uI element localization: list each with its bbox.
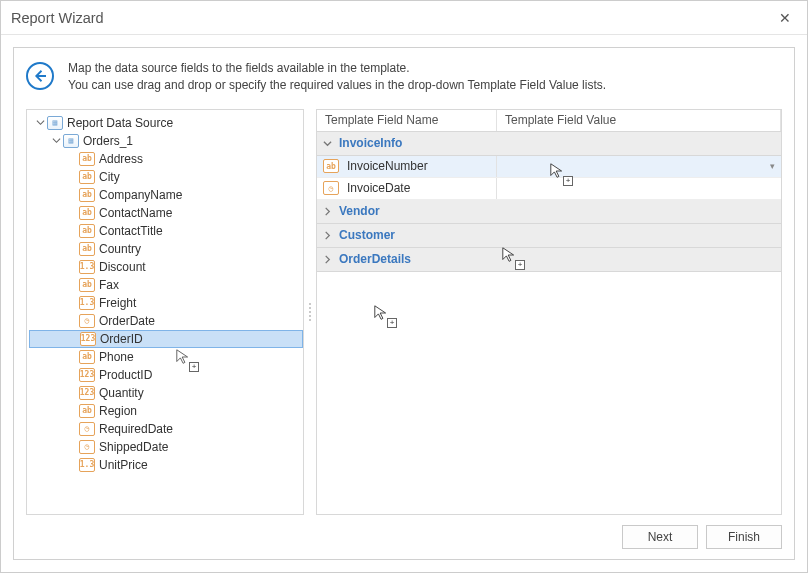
date-icon: ◷: [79, 422, 95, 436]
tree-dataset-label: Orders_1: [83, 134, 133, 148]
tree-field-label: ContactName: [99, 206, 172, 220]
text-icon: ab: [79, 242, 95, 256]
group-label: OrderDetails: [339, 252, 411, 266]
grid-header-value[interactable]: Template Field Value: [497, 110, 781, 131]
tree-field-label: Freight: [99, 296, 136, 310]
tree-field-row[interactable]: 123OrderID: [29, 330, 303, 348]
close-icon[interactable]: ✕: [773, 6, 797, 30]
text-icon: ab: [79, 206, 95, 220]
text-icon: ab: [79, 170, 95, 184]
tree-field-row[interactable]: 123Quantity: [29, 384, 303, 402]
back-button[interactable]: [26, 62, 54, 90]
splitter-grip-icon: [309, 303, 311, 321]
text-icon: ab: [79, 404, 95, 418]
expand-toggle[interactable]: [33, 118, 47, 127]
tree-field-label: CompanyName: [99, 188, 182, 202]
tree-field-row[interactable]: 1.3Freight: [29, 294, 303, 312]
tree-field-row[interactable]: ◷OrderDate: [29, 312, 303, 330]
drag-cursor-icon: [373, 304, 391, 325]
finish-button[interactable]: Finish: [706, 525, 782, 549]
chevron-down-icon: [323, 139, 333, 148]
dropdown-arrow-icon: ▾: [770, 161, 775, 171]
template-field-row[interactable]: abInvoiceNumber▾: [317, 156, 781, 178]
group-label: Vendor: [339, 204, 380, 218]
tree-field-row[interactable]: ◷ShippedDate: [29, 438, 303, 456]
tree-field-row[interactable]: abFax: [29, 276, 303, 294]
date-icon: ◷: [323, 181, 339, 195]
tree-field-row[interactable]: 1.3UnitPrice: [29, 456, 303, 474]
tree-root-label: Report Data Source: [67, 116, 173, 130]
group-row[interactable]: OrderDetails: [317, 248, 781, 272]
date-icon: ◷: [79, 440, 95, 454]
arrow-left-icon: [31, 67, 49, 85]
footer: Next Finish: [26, 515, 782, 549]
table-icon: ▦: [63, 134, 79, 148]
tree-field-row[interactable]: abRegion: [29, 402, 303, 420]
expand-toggle[interactable]: [49, 136, 63, 145]
next-button[interactable]: Next: [622, 525, 698, 549]
tree-field-label: Address: [99, 152, 143, 166]
number-icon: 1.3: [79, 260, 95, 274]
tree-field-row[interactable]: abAddress: [29, 150, 303, 168]
chevron-right-icon: [323, 207, 333, 216]
group-label: Customer: [339, 228, 395, 242]
text-icon: ab: [79, 152, 95, 166]
table-icon: ▦: [47, 116, 63, 130]
tree-field-label: City: [99, 170, 120, 184]
tree-field-label: RequiredDate: [99, 422, 173, 436]
intro: Map the data source fields to the fields…: [26, 60, 782, 95]
group-row[interactable]: InvoiceInfo: [317, 132, 781, 156]
grid-header-name[interactable]: Template Field Name: [317, 110, 497, 131]
template-field-label: InvoiceNumber: [347, 159, 428, 173]
text-icon: ab: [323, 159, 339, 173]
number-icon: 1.3: [79, 458, 95, 472]
text-icon: ab: [79, 350, 95, 364]
tree-field-row[interactable]: 1.3Discount: [29, 258, 303, 276]
tree-field-label: Discount: [99, 260, 146, 274]
template-field-value-cell[interactable]: ▾: [497, 156, 781, 177]
tree-field-label: Quantity: [99, 386, 144, 400]
source-tree-panel[interactable]: ▦ Report Data Source ▦ Orders_1 abAddres…: [26, 109, 304, 515]
group-row[interactable]: Vendor: [317, 200, 781, 224]
chevron-right-icon: [323, 231, 333, 240]
template-field-name-cell: ◷InvoiceDate: [317, 178, 497, 199]
window-title: Report Wizard: [11, 10, 104, 26]
tree-field-row[interactable]: abContactName: [29, 204, 303, 222]
grid-header: Template Field Name Template Field Value: [317, 110, 781, 132]
tree-field-row[interactable]: abContactTitle: [29, 222, 303, 240]
tree-field-row[interactable]: 123ProductID: [29, 366, 303, 384]
tree-field-row[interactable]: abCity: [29, 168, 303, 186]
grid-body: InvoiceInfoabInvoiceNumber▾◷InvoiceDateV…: [317, 132, 781, 514]
tree-root-row[interactable]: ▦ Report Data Source: [29, 114, 303, 132]
tree-field-row[interactable]: abPhone: [29, 348, 303, 366]
tree-field-label: Phone: [99, 350, 134, 364]
tree-field-row[interactable]: abCountry: [29, 240, 303, 258]
template-field-name-cell: abInvoiceNumber: [317, 156, 497, 177]
intro-line-1: Map the data source fields to the fields…: [68, 60, 606, 77]
tree-field-label: Country: [99, 242, 141, 256]
number-icon: 1.3: [79, 296, 95, 310]
template-field-row[interactable]: ◷InvoiceDate: [317, 178, 781, 200]
number-icon: 123: [79, 368, 95, 382]
tree-field-label: Region: [99, 404, 137, 418]
tree-field-label: OrderID: [100, 332, 143, 346]
number-icon: 123: [79, 386, 95, 400]
tree-field-label: UnitPrice: [99, 458, 148, 472]
text-icon: ab: [79, 224, 95, 238]
template-field-value-cell[interactable]: [497, 178, 781, 199]
tree-dataset-row[interactable]: ▦ Orders_1: [29, 132, 303, 150]
tree-field-label: Fax: [99, 278, 119, 292]
text-icon: ab: [79, 278, 95, 292]
tree-field-row[interactable]: ◷RequiredDate: [29, 420, 303, 438]
tree-field-label: OrderDate: [99, 314, 155, 328]
number-icon: 123: [80, 332, 96, 346]
template-grid-panel: Template Field Name Template Field Value…: [316, 109, 782, 515]
source-tree: ▦ Report Data Source ▦ Orders_1 abAddres…: [27, 114, 303, 474]
content: Map the data source fields to the fields…: [1, 35, 807, 572]
drag-plus-icon: +: [387, 318, 397, 328]
group-row[interactable]: Customer: [317, 224, 781, 248]
chevron-right-icon: [323, 255, 333, 264]
panels: ▦ Report Data Source ▦ Orders_1 abAddres…: [26, 109, 782, 515]
tree-field-row[interactable]: abCompanyName: [29, 186, 303, 204]
splitter[interactable]: [304, 109, 316, 515]
